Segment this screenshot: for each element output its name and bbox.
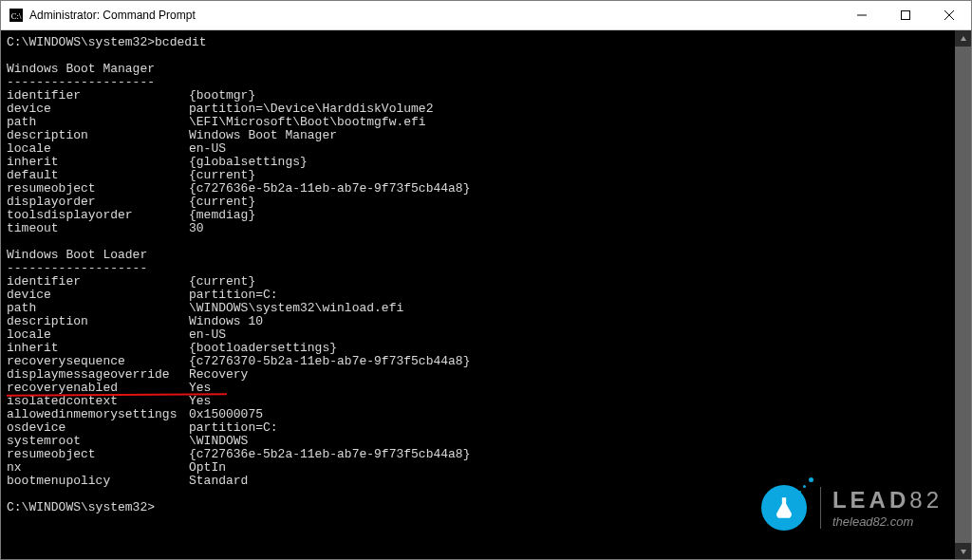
scroll-down-arrow-icon[interactable] [955, 543, 971, 559]
prompt-line: C:\WINDOWS\system32> [7, 501, 949, 514]
kv-row: resumeobject{c727636e-5b2a-11eb-ab7e-9f7… [7, 448, 949, 461]
cmd-window: C:\ Administrator: Command Prompt C:\WIN… [0, 0, 972, 560]
svg-marker-7 [961, 550, 966, 554]
section-divider: -------------------- [7, 76, 949, 89]
window-title: Administrator: Command Prompt [29, 9, 196, 22]
close-button[interactable] [927, 1, 971, 29]
kv-row: inherit{globalsettings} [7, 156, 949, 169]
svg-text:C:\: C:\ [11, 11, 22, 21]
kv-row: displayorder{current} [7, 196, 949, 209]
kv-row: localeen-US [7, 328, 949, 342]
section-title: Windows Boot Loader [7, 249, 949, 262]
kv-row: descriptionWindows Boot Manager [7, 129, 949, 142]
command-line: C:\WINDOWS\system32>bcdedit [7, 36, 949, 49]
kv-row: localeen-US [7, 142, 949, 156]
cmd-icon: C:\ [9, 8, 24, 23]
kv-row: timeout30 [7, 222, 949, 235]
section-divider: ------------------- [7, 262, 949, 275]
kv-row: bootmenupolicyStandard [7, 475, 949, 488]
scroll-up-arrow-icon[interactable] [955, 30, 971, 47]
scroll-track[interactable] [955, 47, 971, 543]
titlebar[interactable]: C:\ Administrator: Command Prompt [1, 1, 971, 30]
kv-row: path\EFI\Microsoft\Boot\bootmgfw.efi [7, 116, 949, 129]
kv-row: default{current} [7, 169, 949, 182]
kv-row: descriptionWindows 10 [7, 315, 949, 328]
kv-row: resumeobject{c727636e-5b2a-11eb-ab7e-9f7… [7, 182, 949, 196]
scroll-thumb[interactable] [955, 47, 971, 543]
kv-row: isolatedcontextYes [7, 395, 949, 408]
terminal[interactable]: C:\WINDOWS\system32>bcdeditWindows Boot … [1, 30, 955, 559]
kv-row: nxOptIn [7, 461, 949, 475]
kv-row: displaymessageoverrideRecovery [7, 368, 949, 382]
kv-row: inherit{bootloadersettings} [7, 342, 949, 355]
maximize-button[interactable] [884, 1, 927, 29]
terminal-area: C:\WINDOWS\system32>bcdeditWindows Boot … [1, 30, 971, 559]
section-title: Windows Boot Manager [7, 63, 949, 76]
vertical-scrollbar[interactable] [955, 30, 971, 559]
kv-row: devicepartition=\Device\HarddiskVolume2 [7, 103, 949, 116]
svg-rect-3 [902, 11, 910, 20]
kv-row: path\WINDOWS\system32\winload.efi [7, 302, 949, 315]
kv-row: allowedinmemorysettings0x15000075 [7, 408, 949, 421]
kv-row: devicepartition=C: [7, 289, 949, 302]
kv-row: toolsdisplayorder{memdiag} [7, 209, 949, 222]
kv-row: identifier{bootmgr} [7, 89, 949, 103]
kv-row: recoverysequence{c7276370-5b2a-11eb-ab7e… [7, 355, 949, 368]
svg-marker-6 [961, 36, 966, 41]
kv-row: osdevicepartition=C: [7, 421, 949, 435]
minimize-button[interactable] [840, 1, 884, 29]
kv-row: systemroot\WINDOWS [7, 435, 949, 448]
kv-row: identifier{current} [7, 275, 949, 289]
